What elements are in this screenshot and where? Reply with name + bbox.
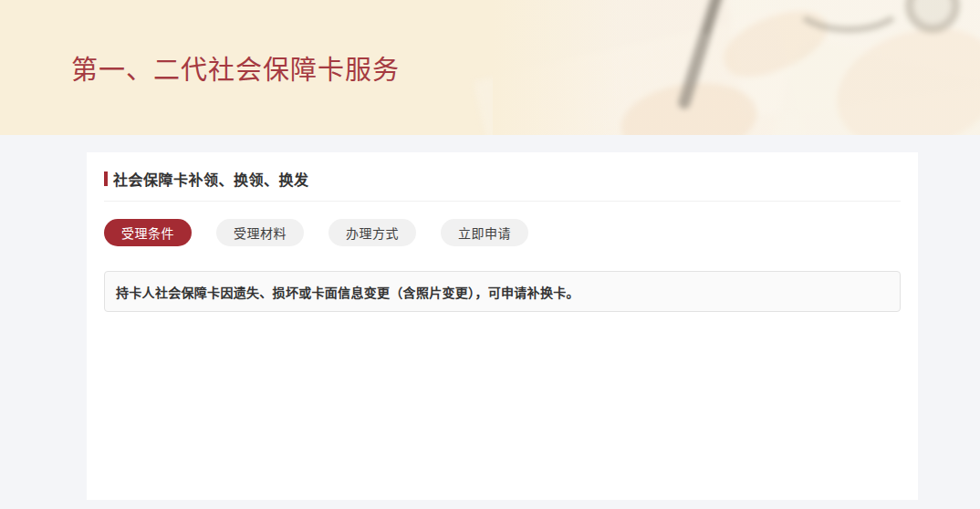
section-title: 社会保障卡补领、换领、换发 [113,168,309,190]
tab-bar: 受理条件 受理材料 办理方式 立即申请 [104,219,901,246]
service-card: 社会保障卡补领、换领、换发 受理条件 受理材料 办理方式 立即申请 持卡人社会保… [87,152,918,500]
tab-required-materials[interactable]: 受理材料 [216,219,304,246]
tab-processing-method[interactable]: 办理方式 [328,219,416,246]
content-text: 持卡人社会保障卡因遗失、损坏或卡面信息变更（含照片变更），可申请补换卡。 [116,283,579,301]
page-title: 第一、二代社会保障卡服务 [71,0,400,135]
tab-acceptance-conditions[interactable]: 受理条件 [104,219,192,246]
content-box: 持卡人社会保障卡因遗失、损坏或卡面信息变更（含照片变更），可申请补换卡。 [104,271,901,312]
page-banner: 第一、二代社会保障卡服务 [0,0,980,135]
section-header: 社会保障卡补领、换领、换发 [104,152,901,202]
page-body: 社会保障卡补领、换领、换发 受理条件 受理材料 办理方式 立即申请 持卡人社会保… [0,135,980,509]
tab-apply-now[interactable]: 立即申请 [441,219,528,246]
banner-photo [493,0,980,135]
section-title-marker [104,171,108,186]
banner-photo-fade [493,0,980,135]
